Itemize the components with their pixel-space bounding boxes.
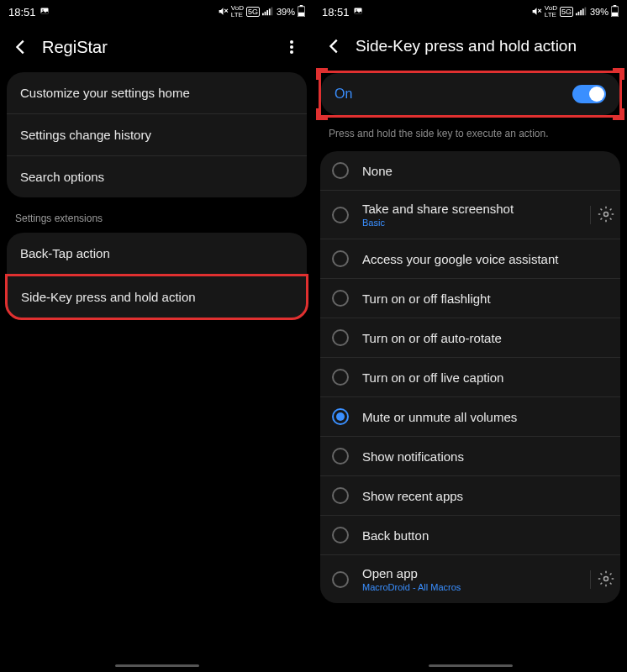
toggle-highlight: On — [319, 71, 622, 118]
page-title: RegiStar — [42, 38, 270, 57]
5g-icon: 5G — [560, 7, 573, 17]
back-button[interactable] — [325, 37, 344, 55]
svg-rect-8 — [271, 8, 272, 16]
svg-point-14 — [290, 50, 293, 54]
side-key-item[interactable]: Side-Key press and hold action — [5, 274, 308, 320]
picture-icon — [40, 6, 50, 18]
radio-option[interactable]: Show recent apps — [320, 476, 620, 516]
radio-option[interactable]: Mute or unmute all volumes — [320, 397, 620, 437]
description-text: Press and hold the side key to execute a… — [314, 118, 627, 151]
radio-option[interactable]: Show notifications — [320, 437, 620, 476]
radio-option[interactable]: Back button — [320, 516, 620, 555]
volte-icon: VoDLTE — [545, 5, 557, 18]
gear-icon[interactable] — [590, 570, 609, 589]
status-bar: 18:51 VoDLTE 5G 39% — [0, 0, 314, 24]
radio-option[interactable]: None — [320, 151, 620, 191]
change-history-item[interactable]: Settings change history — [7, 114, 307, 156]
radio-option[interactable]: Turn on or off live caption — [320, 358, 620, 397]
option-subtitle: MacroDroid - All Macros — [362, 582, 573, 592]
back-tap-item[interactable]: Back-Tap action — [7, 233, 307, 274]
option-label: Mute or unmute all volumes — [362, 410, 609, 424]
radio-button[interactable] — [332, 329, 349, 346]
svg-point-1 — [42, 9, 44, 11]
svg-rect-20 — [578, 12, 580, 15]
volte-icon: VoDLTE — [231, 5, 244, 18]
battery-icon — [611, 5, 619, 18]
signal-icon — [576, 6, 587, 18]
radio-option[interactable]: Turn on or off auto-rotate — [320, 318, 620, 358]
toggle-label: On — [335, 87, 352, 102]
radio-option[interactable]: Open appMacroDroid - All Macros — [320, 555, 620, 603]
main-settings-card: Customize your settings home Settings ch… — [7, 72, 307, 197]
battery-text: 39% — [590, 7, 609, 17]
radio-button[interactable] — [332, 250, 349, 267]
app-bar: Side-Key press and hold action — [314, 24, 627, 71]
gear-icon[interactable] — [590, 206, 609, 224]
radio-option[interactable]: Access your google voice assistant — [320, 239, 620, 279]
svg-rect-22 — [582, 8, 584, 15]
option-label: Open app — [362, 566, 573, 580]
picture-icon — [353, 6, 363, 18]
status-time: 18:51 — [8, 6, 36, 18]
svg-rect-7 — [269, 8, 271, 15]
page-title: Side-Key press and hold action — [356, 37, 615, 55]
svg-rect-19 — [576, 13, 577, 16]
radio-option[interactable]: Take and share screenshotBasic — [320, 191, 620, 239]
svg-point-12 — [290, 40, 293, 44]
mute-icon — [531, 6, 542, 18]
radio-button[interactable] — [332, 571, 349, 588]
enable-toggle-row[interactable]: On — [321, 73, 619, 115]
battery-icon — [298, 5, 305, 18]
nav-indicator[interactable] — [429, 664, 513, 667]
status-bar: 18:51 VoDLTE 5G 39% — [314, 0, 627, 24]
signal-icon — [262, 6, 274, 18]
svg-rect-26 — [612, 13, 618, 16]
customize-home-item[interactable]: Customize your settings home — [7, 72, 307, 114]
svg-rect-23 — [584, 8, 586, 16]
svg-point-13 — [290, 45, 293, 49]
option-label: Show recent apps — [362, 489, 609, 503]
nav-indicator[interactable] — [115, 664, 199, 667]
left-screen: 18:51 VoDLTE 5G 39% RegiStar — [0, 0, 314, 672]
battery-text: 39% — [277, 7, 295, 17]
toggle-switch[interactable] — [572, 85, 606, 103]
svg-rect-5 — [265, 12, 266, 15]
option-label: Turn on or off flashlight — [362, 291, 609, 306]
svg-rect-21 — [580, 10, 582, 15]
app-bar: RegiStar — [0, 24, 314, 72]
svg-rect-11 — [298, 13, 304, 16]
action-options-list: NoneTake and share screenshotBasicAccess… — [320, 151, 620, 603]
back-button[interactable] — [12, 38, 30, 56]
option-subtitle: Basic — [362, 218, 573, 228]
svg-point-28 — [604, 576, 609, 580]
svg-rect-4 — [262, 13, 264, 16]
svg-point-16 — [356, 9, 357, 11]
extensions-card: Back-Tap action — [7, 233, 307, 274]
option-label: Back button — [362, 528, 609, 543]
radio-option[interactable]: Turn on or off flashlight — [320, 279, 620, 318]
side-key-highlight: Side-Key press and hold action — [5, 274, 308, 320]
option-label: Take and share screenshot — [362, 202, 573, 216]
radio-button[interactable] — [332, 448, 349, 465]
status-time: 18:51 — [322, 6, 350, 18]
search-options-item[interactable]: Search options — [7, 156, 307, 197]
option-label: None — [362, 164, 609, 178]
radio-button[interactable] — [332, 162, 349, 179]
option-label: Turn on or off live caption — [362, 370, 609, 385]
option-label: Access your google voice assistant — [362, 252, 609, 266]
radio-button[interactable] — [332, 207, 349, 223]
radio-button[interactable] — [332, 290, 349, 307]
option-label: Show notifications — [362, 449, 609, 464]
mute-icon — [218, 6, 229, 18]
option-label: Turn on or off auto-rotate — [362, 331, 609, 345]
extensions-header: Settings extensions — [0, 204, 314, 233]
5g-icon: 5G — [246, 7, 260, 17]
radio-button[interactable] — [332, 487, 349, 504]
radio-button[interactable] — [332, 408, 349, 425]
svg-point-27 — [604, 212, 609, 216]
radio-button[interactable] — [332, 369, 349, 386]
more-button[interactable] — [282, 37, 302, 57]
radio-button[interactable] — [332, 527, 349, 543]
right-screen: 18:51 VoDLTE 5G 39% Side-Key press and h… — [314, 0, 627, 672]
svg-rect-6 — [266, 10, 268, 15]
